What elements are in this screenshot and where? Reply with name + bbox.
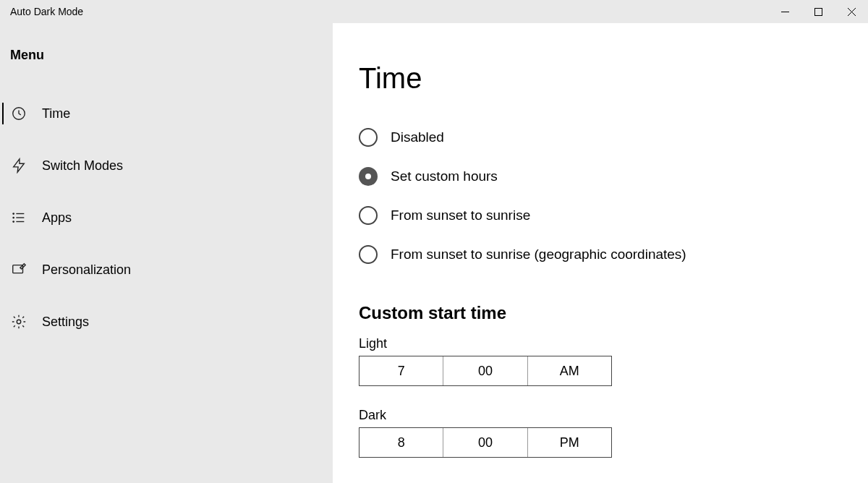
dark-time-label: Dark: [359, 408, 839, 423]
sidebar-item-label: Personalization: [42, 262, 131, 278]
sidebar-item-settings[interactable]: Settings: [0, 303, 333, 341]
minimize-button[interactable]: [768, 0, 801, 23]
minimize-icon: [781, 8, 789, 16]
page-title: Time: [359, 62, 839, 95]
dark-minute[interactable]: 00: [443, 428, 527, 457]
radio-label: Disabled: [391, 129, 444, 145]
dark-ampm[interactable]: PM: [528, 428, 611, 457]
menu-heading: Menu: [0, 48, 333, 63]
sidebar-item-time[interactable]: Time: [0, 95, 333, 132]
radio-icon: [359, 128, 378, 147]
radio-sunset-sunrise-geo[interactable]: From sunset to sunrise (geographic coord…: [359, 244, 839, 265]
radio-icon: [359, 245, 378, 264]
svg-rect-1: [814, 8, 822, 15]
radio-label: Set custom hours: [391, 168, 498, 184]
sidebar-item-label: Apps: [42, 210, 72, 226]
radio-icon: [359, 206, 378, 225]
light-ampm[interactable]: AM: [528, 356, 611, 385]
maximize-icon: [814, 8, 822, 16]
sidebar: Menu Time Switch Modes Apps Personalizat…: [0, 23, 333, 483]
window-controls: [768, 0, 868, 23]
lightning-icon: [10, 157, 27, 174]
dark-time-picker[interactable]: 8 00 PM: [359, 427, 612, 458]
dark-time-block: Dark 8 00 PM: [359, 408, 839, 458]
clock-icon: [10, 105, 27, 122]
sidebar-item-switch-modes[interactable]: Switch Modes: [0, 147, 333, 184]
light-time-label: Light: [359, 336, 839, 351]
light-time-block: Light 7 00 AM: [359, 336, 839, 386]
titlebar: Auto Dark Mode: [0, 0, 868, 23]
close-button[interactable]: [835, 0, 868, 23]
sidebar-item-label: Time: [42, 106, 70, 121]
window-title: Auto Dark Mode: [10, 6, 768, 17]
dark-hour[interactable]: 8: [359, 428, 443, 457]
gear-icon: [10, 313, 27, 330]
radio-label: From sunset to sunrise: [391, 208, 530, 223]
main-content: Time Disabled Set custom hours From suns…: [333, 23, 868, 483]
light-time-picker[interactable]: 7 00 AM: [359, 356, 612, 386]
radio-sunset-sunrise[interactable]: From sunset to sunrise: [359, 205, 839, 226]
maximize-button[interactable]: [801, 0, 835, 23]
light-minute[interactable]: 00: [443, 356, 527, 385]
edit-icon: [10, 261, 27, 278]
radio-label: From sunset to sunrise (geographic coord…: [391, 247, 686, 262]
svg-marker-5: [14, 159, 25, 172]
radio-set-custom-hours[interactable]: Set custom hours: [359, 166, 839, 187]
sidebar-item-apps[interactable]: Apps: [0, 199, 333, 236]
svg-point-13: [17, 320, 21, 324]
radio-disabled[interactable]: Disabled: [359, 127, 839, 148]
list-icon: [10, 209, 27, 226]
sidebar-item-personalization[interactable]: Personalization: [0, 251, 333, 288]
sidebar-item-label: Switch Modes: [42, 158, 123, 174]
close-icon: [848, 8, 856, 16]
time-mode-radio-group: Disabled Set custom hours From sunset to…: [359, 127, 839, 265]
custom-start-time-heading: Custom start time: [359, 303, 839, 323]
sidebar-item-label: Settings: [42, 315, 89, 330]
light-hour[interactable]: 7: [359, 356, 443, 385]
radio-icon: [359, 167, 378, 186]
